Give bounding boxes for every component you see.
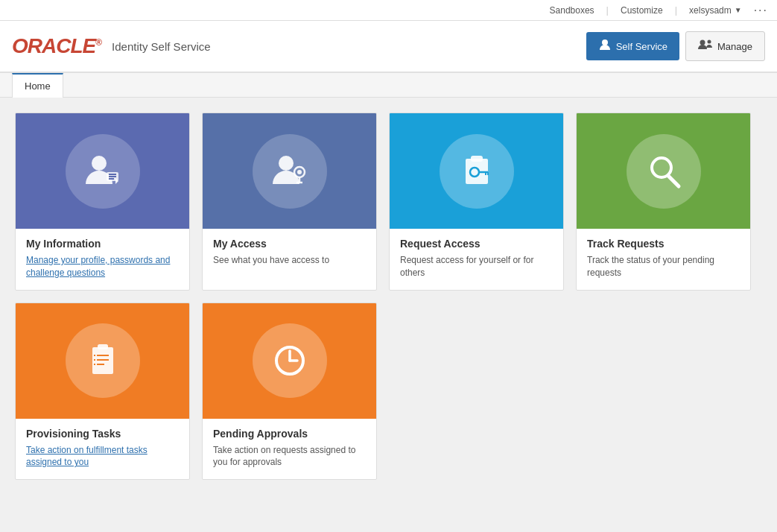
card-image-track-requests — [577, 113, 750, 229]
svg-point-2 — [708, 40, 711, 44]
more-options-icon[interactable]: ··· — [754, 4, 768, 17]
card-provisioning-tasks[interactable]: Provisioning Tasks Take action on fulfil… — [15, 303, 190, 481]
card-title: Request Access — [400, 238, 553, 250]
card-body-my-information: My Information Manage your profile, pass… — [16, 229, 189, 290]
oracle-brand-text: ORACLE® — [12, 34, 101, 58]
card-image-provisioning-tasks — [16, 303, 189, 419]
card-desc: Track the status of your pending request… — [587, 254, 740, 279]
svg-point-9 — [279, 156, 294, 171]
card-icon-circle — [440, 134, 514, 209]
svg-rect-15 — [471, 156, 483, 162]
card-image-pending-approvals — [203, 303, 376, 419]
self-service-button[interactable]: Self Service — [586, 32, 679, 60]
card-image-my-information — [16, 113, 189, 229]
card-body-request-access: Request Access Request access for yourse… — [390, 229, 563, 290]
username-label: xelsysadm — [689, 5, 732, 16]
card-my-information[interactable]: My Information Manage your profile, pass… — [15, 113, 190, 291]
card-image-my-access — [203, 113, 376, 229]
svg-rect-23 — [98, 344, 108, 349]
main-content: My Information Manage your profile, pass… — [0, 98, 777, 532]
card-row-1: My Information Manage your profile, pass… — [15, 113, 762, 291]
tab-home[interactable]: Home — [12, 73, 63, 98]
svg-point-3 — [92, 156, 107, 171]
manage-button[interactable]: Manage — [685, 31, 765, 61]
tab-bar: Home — [0, 73, 777, 98]
card-desc[interactable]: Manage your profile, passwords and chall… — [26, 254, 179, 279]
card-row-2: Provisioning Tasks Take action on fulfil… — [15, 303, 762, 481]
card-title: Pending Approvals — [213, 428, 366, 440]
customize-link[interactable]: Customize — [621, 5, 663, 16]
card-icon-circle — [253, 323, 327, 398]
self-service-label: Self Service — [616, 41, 667, 52]
card-title: Track Requests — [587, 238, 740, 250]
card-body-track-requests: Track Requests Track the status of your … — [577, 229, 750, 290]
card-desc: See what you have access to — [213, 254, 366, 267]
app-header: ORACLE® Identity Self Service Self Servi… — [0, 21, 777, 73]
self-service-icon — [598, 38, 612, 54]
card-icon-circle — [627, 134, 701, 209]
card-image-request-access — [390, 113, 563, 229]
card-icon-circle — [253, 134, 327, 209]
card-body-provisioning-tasks: Provisioning Tasks Take action on fulfil… — [16, 419, 189, 480]
svg-point-0 — [602, 39, 608, 45]
card-pending-approvals[interactable]: Pending Approvals Take action on request… — [202, 303, 377, 481]
svg-line-21 — [668, 176, 679, 186]
card-request-access[interactable]: Request Access Request access for yourse… — [389, 113, 564, 291]
top-nav-bar: Sandboxes | Customize | xelsysadm ▼ ··· — [0, 0, 777, 21]
manage-label: Manage — [717, 41, 752, 52]
user-caret-icon: ▼ — [735, 6, 742, 14]
card-icon-circle — [66, 323, 140, 398]
svg-point-13 — [297, 170, 302, 174]
card-desc: Take action on requests assigned to you … — [213, 444, 366, 469]
svg-point-1 — [700, 40, 705, 45]
card-title: Provisioning Tasks — [26, 428, 179, 440]
card-desc: Request access for yourself or for other… — [400, 254, 553, 279]
header-buttons: Self Service Manage — [586, 31, 765, 61]
card-title: My Information — [26, 238, 179, 250]
user-menu[interactable]: xelsysadm ▼ — [689, 5, 742, 16]
card-desc[interactable]: Take action on fulfillment tasks assigne… — [26, 444, 179, 469]
card-body-my-access: My Access See what you have access to — [203, 229, 376, 277]
app-subtitle: Identity Self Service — [112, 40, 211, 53]
card-my-access[interactable]: My Access See what you have access to — [202, 113, 377, 291]
card-title: My Access — [213, 238, 366, 250]
sandboxes-link[interactable]: Sandboxes — [550, 5, 594, 16]
card-body-pending-approvals: Pending Approvals Take action on request… — [203, 419, 376, 480]
oracle-logo: ORACLE® Identity Self Service — [12, 34, 586, 58]
card-icon-circle — [66, 134, 140, 209]
card-track-requests[interactable]: Track Requests Track the status of your … — [576, 113, 751, 291]
card-grid-wrapper: My Information Manage your profile, pass… — [15, 113, 762, 480]
manage-icon — [698, 38, 713, 54]
